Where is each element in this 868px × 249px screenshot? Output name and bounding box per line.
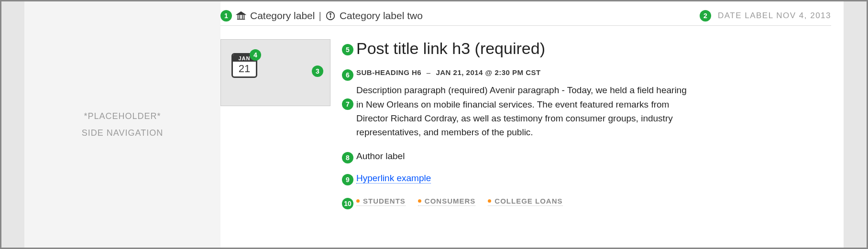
page-frame: *PLACEHOLDER* SIDE NAVIGATION 1 Category… bbox=[0, 0, 868, 249]
tag-dot-icon bbox=[356, 199, 360, 203]
tag-item[interactable]: STUDENTS bbox=[356, 197, 406, 206]
tag-item[interactable]: CONSUMERS bbox=[418, 197, 476, 206]
annotation-marker-5: 5 bbox=[342, 44, 353, 55]
annotation-marker-7: 7 bbox=[342, 98, 353, 110]
side-navigation: *PLACEHOLDER* SIDE NAVIGATION bbox=[24, 1, 220, 248]
thumbnail-column: JAN 21 4 3 bbox=[220, 39, 330, 209]
sidebar-placeholder-line2: SIDE NAVIGATION bbox=[82, 125, 163, 141]
annotation-marker-9: 9 bbox=[342, 174, 353, 185]
tag-label: COLLEGE LOANS bbox=[494, 197, 562, 205]
category-separator: | bbox=[319, 10, 321, 22]
sub-heading-line: SUB-HEADING H6 – JAN 21, 2014 @ 2:30 PM … bbox=[356, 68, 541, 76]
sub-heading-text: SUB-HEADING H6 bbox=[356, 68, 421, 76]
annotation-marker-6: 6 bbox=[342, 69, 353, 81]
date-label: DATE LABEL NOV 4, 2013 bbox=[718, 11, 831, 21]
institution-icon bbox=[236, 11, 246, 21]
main-content: 1 Category label | bbox=[220, 1, 844, 248]
info-icon bbox=[325, 11, 336, 21]
annotation-marker-3: 3 bbox=[312, 65, 323, 77]
category-two-label[interactable]: Category label two bbox=[340, 10, 423, 22]
annotation-marker-4: 4 bbox=[250, 49, 261, 61]
meta-left: 1 Category label | bbox=[220, 10, 423, 22]
annotation-marker-2: 2 bbox=[700, 10, 711, 22]
meta-row: 1 Category label | bbox=[220, 10, 831, 26]
author-label: Author label bbox=[356, 151, 405, 162]
post-title-link[interactable]: Post title link h3 (required) bbox=[356, 39, 545, 58]
description-paragraph: Description paragraph (required) Avenir … bbox=[356, 83, 691, 140]
gutter-left bbox=[1, 1, 24, 248]
tag-dot-icon bbox=[488, 199, 491, 203]
tag-dot-icon bbox=[418, 199, 421, 203]
gutter-right bbox=[844, 1, 867, 248]
tag-list: STUDENTS CONSUMERS COLLEGE LOANS bbox=[356, 197, 563, 206]
tag-label: CONSUMERS bbox=[425, 197, 476, 205]
sidebar-placeholder-line1: *PLACEHOLDER* bbox=[84, 108, 161, 124]
svg-point-6 bbox=[330, 13, 331, 14]
calendar-day: 21 bbox=[233, 62, 256, 76]
category-one-label[interactable]: Category label bbox=[250, 10, 315, 22]
annotation-marker-1: 1 bbox=[220, 10, 232, 22]
hyperlink-row: Hyperlink example bbox=[356, 173, 431, 184]
thumbnail-placeholder: JAN 21 4 3 bbox=[220, 39, 330, 106]
hyperlink-example[interactable]: Hyperlink example bbox=[356, 173, 431, 184]
event-time: JAN 21, 2014 @ 2:30 PM CST bbox=[436, 68, 540, 76]
annotation-marker-8: 8 bbox=[342, 152, 353, 163]
tag-label: STUDENTS bbox=[363, 197, 406, 205]
content-row: JAN 21 4 3 5 Post title link h3 (require… bbox=[220, 26, 831, 209]
annotation-marker-10: 10 bbox=[342, 198, 353, 209]
tag-item[interactable]: COLLEGE LOANS bbox=[488, 197, 562, 206]
post-column: 5 Post title link h3 (required) 6 SUB-HE… bbox=[342, 39, 691, 209]
subheading-dash: – bbox=[424, 68, 434, 76]
